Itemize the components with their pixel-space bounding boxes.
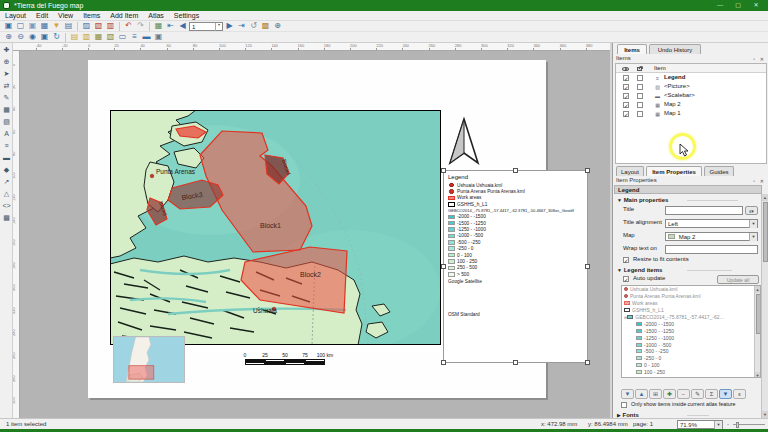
legend-tree-ramp-entry[interactable]: -500 - -250 xyxy=(622,348,760,355)
edit-item-icon[interactable]: ✎ xyxy=(691,389,704,399)
legend-tree-raster-parent[interactable]: ⊞ GEBCO2014_-75.8781_-57.4417_-62... xyxy=(622,314,760,321)
lock-checkbox[interactable] xyxy=(637,111,643,117)
undo-icon[interactable]: ↶ xyxy=(123,21,134,31)
selection-handle[interactable] xyxy=(441,168,446,173)
selection-handle[interactable] xyxy=(441,264,446,269)
legend-tree-ramp-entry[interactable]: -2000 - -1500 xyxy=(622,320,760,327)
menu-atlas[interactable]: Atlas xyxy=(143,11,169,21)
atlas-first-icon[interactable]: ⇤ xyxy=(165,21,176,31)
pan-icon[interactable]: ✚ xyxy=(1,44,12,55)
selection-handle[interactable] xyxy=(513,168,518,173)
zoom-in-icon[interactable]: ⊕ xyxy=(3,32,14,42)
add-item-icon[interactable]: ✚ xyxy=(663,389,676,399)
add-scalebar-icon[interactable]: ▬ xyxy=(1,152,12,163)
legend-tree-item[interactable]: Ushuaia Ushuaia.kml xyxy=(622,286,760,293)
atlas-export-icon[interactable]: ▩ xyxy=(260,21,271,31)
legend-tree-ramp-entry[interactable]: 0 - 100 xyxy=(622,362,760,369)
minimize-button[interactable]: — xyxy=(712,0,728,11)
atlas-zoom-icon[interactable]: ⊕ xyxy=(272,21,283,31)
filter-expression-icon[interactable]: ε xyxy=(733,389,746,399)
scroll-down-icon[interactable]: ▼ xyxy=(762,411,768,418)
layout-manager-icon[interactable]: ▦ xyxy=(39,21,50,31)
items-row-map1[interactable]: ✓▦Map 1 xyxy=(616,109,766,118)
items-row-picture[interactable]: ✓▨<Picture> xyxy=(616,82,766,91)
visibility-checkbox[interactable]: ✓ xyxy=(623,111,629,117)
add-map-icon[interactable]: ▦ xyxy=(1,104,12,115)
zoom-slider[interactable] xyxy=(733,424,765,425)
menu-view[interactable]: View xyxy=(53,11,78,21)
raise-items-icon[interactable]: ▤ xyxy=(69,32,80,42)
layout-canvas[interactable]: Block1 Block2 Block3 Block4 Block5 Punta… xyxy=(20,51,610,418)
zoom-icon[interactable]: ⊕ xyxy=(1,56,12,67)
add-shape-icon[interactable]: ◆ xyxy=(1,164,12,175)
distribute-items-icon[interactable]: ≡ xyxy=(129,32,140,42)
items-row-scalebar[interactable]: ✓▬<Scalebar> xyxy=(616,91,766,100)
lower-items-icon[interactable]: ▥ xyxy=(81,32,92,42)
close-button[interactable]: ✕ xyxy=(748,0,764,11)
edit-nodes-icon[interactable]: ✎ xyxy=(1,92,12,103)
main-properties-header[interactable]: ▼ Main properties xyxy=(617,197,668,203)
move-up-icon[interactable]: ▲ xyxy=(635,389,648,399)
redo-icon[interactable]: ↷ xyxy=(135,21,146,31)
zoom-level-combo[interactable]: 71.9%▼ xyxy=(677,420,723,429)
items-row-legend[interactable]: ✓≡Legend xyxy=(616,73,766,82)
tab-items[interactable]: Items xyxy=(617,44,647,54)
legend-items-tree[interactable]: Ushuaia Ushuaia.kmlPunta Arenas Punta Ar… xyxy=(621,285,761,378)
tab-item-properties[interactable]: Item Properties xyxy=(646,166,702,176)
selection-handle[interactable] xyxy=(585,264,590,269)
zoom-actual-icon[interactable]: ◉ xyxy=(27,32,38,42)
count-symbols-icon[interactable]: Σ xyxy=(705,389,718,399)
menu-settings[interactable]: Settings xyxy=(169,11,204,21)
wrap-text-input[interactable] xyxy=(665,245,758,254)
legend-tree-ramp-entry[interactable]: -1500 - -1250 xyxy=(622,327,760,334)
zoom-out-icon[interactable]: ⊖ xyxy=(15,32,26,42)
legend-items-header[interactable]: ▼ Legend items xyxy=(617,267,662,273)
menu-add-item[interactable]: Add Item xyxy=(105,11,143,21)
north-arrow-item[interactable] xyxy=(447,117,481,165)
lock-checkbox[interactable] xyxy=(637,84,643,90)
lock-checkbox[interactable] xyxy=(637,75,643,81)
legend-tree-ramp-entry[interactable]: -1250 - -1000 xyxy=(622,334,760,341)
tab-undo-history[interactable]: Undo History xyxy=(649,44,701,54)
scalebar-item[interactable]: 0255075100 km xyxy=(243,352,343,368)
title-input[interactable] xyxy=(665,206,743,215)
auto-update-checkbox[interactable]: ✓ xyxy=(623,276,629,282)
visibility-checkbox[interactable]: ✓ xyxy=(623,75,629,81)
atlas-prev-icon[interactable]: ◀ xyxy=(177,21,188,31)
new-layout-icon[interactable]: ▢ xyxy=(15,21,26,31)
data-defined-override-button[interactable]: ε▾ xyxy=(745,206,758,215)
atlas-page-spinbox[interactable]: 1▾ xyxy=(189,22,223,31)
visibility-checkbox[interactable]: ✓ xyxy=(623,84,629,90)
legend-item[interactable]: Legend Ushuaia Ushuaia.kmlPunta Arenas P… xyxy=(443,170,588,363)
add-legend-icon[interactable]: ≡ xyxy=(1,140,12,151)
group-items-icon[interactable]: ▦ xyxy=(93,32,104,42)
title-alignment-combo[interactable]: Left▼ xyxy=(665,219,758,228)
tab-guides[interactable]: Guides xyxy=(704,166,734,176)
add-html-icon[interactable]: <> xyxy=(1,200,12,211)
visibility-checkbox[interactable]: ✓ xyxy=(623,102,629,108)
resize-to-fit-checkbox[interactable]: ✓ xyxy=(623,257,629,263)
maximize-button[interactable]: ▢ xyxy=(730,0,746,11)
add-picture-icon[interactable]: ▨ xyxy=(1,116,12,127)
atlas-preview-icon[interactable]: ↺ xyxy=(248,21,259,31)
save-icon[interactable]: ▣ xyxy=(3,21,14,31)
legend-tree-ramp-entry[interactable]: -1000 - -500 xyxy=(622,341,760,348)
properties-scrollbar[interactable]: ▲ ▼ xyxy=(761,194,768,418)
tab-layout[interactable]: Layout xyxy=(616,166,644,176)
add-group-icon[interactable]: ⊞ xyxy=(649,389,662,399)
selection-handle[interactable] xyxy=(513,360,518,365)
items-row-map2[interactable]: ✓▦Map 2 xyxy=(616,100,766,109)
atlas-settings-icon[interactable]: ▦ xyxy=(153,21,164,31)
refresh-view-icon[interactable]: ↻ xyxy=(51,32,62,42)
legend-tree-item[interactable]: Punta Arenas Punta Arenas.kml xyxy=(622,293,760,300)
legend-list-scrollbar[interactable]: ▲ ▼ xyxy=(754,286,760,378)
lock-items-icon[interactable]: ▣ xyxy=(153,32,164,42)
selection-handle[interactable] xyxy=(585,360,590,365)
legend-tree-ramp-entry[interactable]: 250 - 500 xyxy=(622,376,760,378)
menu-items[interactable]: Items xyxy=(78,11,105,21)
ungroup-items-icon[interactable]: ▧ xyxy=(105,32,116,42)
move-down-icon[interactable]: ▼ xyxy=(621,389,634,399)
remove-item-icon[interactable]: − xyxy=(677,389,690,399)
legend-tree-ramp-entry[interactable]: -250 - 0 xyxy=(622,355,760,362)
export-pdf-icon[interactable]: ▥ xyxy=(105,21,116,31)
